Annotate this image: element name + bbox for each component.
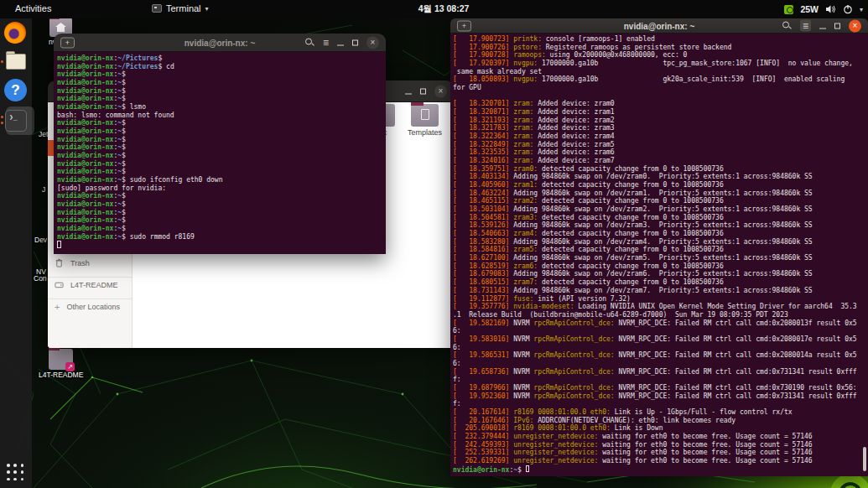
minimize-button[interactable] xyxy=(405,93,412,95)
sidebar-item-label: Other Locations xyxy=(66,303,120,311)
system-tray[interactable]: 25W ▾ xyxy=(784,3,863,16)
app-grid-button[interactable] xyxy=(7,464,25,482)
running-indicator-dot xyxy=(1,116,3,118)
maximize-button[interactable] xyxy=(352,39,358,45)
running-indicator-dot xyxy=(1,122,3,124)
dock-item-terminal[interactable] xyxy=(4,109,28,132)
sidebar-separator xyxy=(48,299,132,299)
desktop-label-j: J xyxy=(42,185,45,194)
terminal-output[interactable]: nvidia@orin-nx:~/Pictures$nvidia@orin-nx… xyxy=(54,52,386,254)
terminal-icon xyxy=(5,110,27,132)
terminal-window-right: + nvidia@orin-nx: ~ ≡ × [ 17.900723] pri… xyxy=(450,18,868,476)
l4t-readme-desktop-icon[interactable]: ↗ xyxy=(49,349,73,370)
clock[interactable]: 4월 13 08:27 xyxy=(418,3,470,15)
desktop: nvidia Jet J Dev NV Con ↗ L4T-README × T… xyxy=(0,0,868,488)
close-button[interactable]: × xyxy=(366,36,379,49)
scrollbar-thumb[interactable] xyxy=(863,447,866,471)
new-tab-button[interactable]: + xyxy=(457,20,471,31)
sidebar-item-trash[interactable]: Trash xyxy=(55,258,90,267)
desktop-label-jet: Jet xyxy=(39,130,48,138)
terminal-output[interactable]: [ 17.900723] printk: console [ramoops-1]… xyxy=(450,34,868,476)
hamburger-menu-icon[interactable]: ≡ xyxy=(800,20,811,32)
window-title: nvidia@orin-nx: ~ xyxy=(185,38,255,47)
maximize-button[interactable] xyxy=(420,88,426,94)
minimize-button[interactable] xyxy=(819,28,826,29)
dock: ? xyxy=(0,18,32,488)
nvidia-power-icon xyxy=(784,5,793,14)
sidebar-item-other-locations[interactable]: + Other Locations xyxy=(55,302,120,312)
help-icon: ? xyxy=(4,79,27,101)
drive-icon xyxy=(55,280,64,289)
close-button[interactable]: × xyxy=(434,85,447,97)
l4t-readme-desktop-label: L4T-README xyxy=(39,371,83,379)
sidebar-item-label: L4T-README xyxy=(70,281,118,289)
desktop-label-dev: Dev xyxy=(34,236,47,244)
terminal-window-left: + nvidia@orin-nx: ~ ≡ × nvidia@orin-nx:~… xyxy=(54,34,386,254)
desktop-label-nv2: Con xyxy=(34,274,47,283)
folder-label: Templates xyxy=(408,128,442,137)
trash-icon xyxy=(55,258,64,267)
chevron-down-icon: ▾ xyxy=(860,6,863,13)
firefox-icon xyxy=(4,22,26,44)
dock-item-help[interactable]: ? xyxy=(4,79,28,102)
plus-icon: + xyxy=(55,302,60,312)
running-indicator-dot xyxy=(1,60,3,63)
hamburger-menu-icon[interactable]: ≡ xyxy=(323,38,329,48)
maximize-button[interactable] xyxy=(834,23,840,29)
sidebar-separator xyxy=(48,277,132,278)
close-button[interactable]: × xyxy=(849,19,861,32)
sidebar-item-label: Trash xyxy=(70,259,90,267)
window-title: nvidia@orin-nx: ~ xyxy=(624,21,694,30)
folder-templates[interactable]: Templates xyxy=(411,104,439,127)
dock-item-firefox[interactable] xyxy=(4,22,28,45)
power-mode-label: 25W xyxy=(800,4,819,14)
terminal-titlebar[interactable]: + nvidia@orin-nx: ~ ≡ × xyxy=(54,34,386,52)
search-icon[interactable] xyxy=(304,38,314,48)
chevron-down-icon: ▾ xyxy=(205,5,209,13)
document-glyph xyxy=(421,109,429,120)
minimize-button[interactable] xyxy=(337,44,344,46)
power-icon xyxy=(843,4,853,14)
terminal-titlebar[interactable]: + nvidia@orin-nx: ~ ≡ × xyxy=(450,18,868,34)
search-icon[interactable] xyxy=(782,21,792,31)
terminal-app-icon xyxy=(152,4,162,13)
files-icon xyxy=(4,50,28,74)
dock-item-files[interactable] xyxy=(4,50,28,74)
new-tab-button[interactable]: + xyxy=(60,37,75,48)
top-bar: Activities Terminal ▾ 4월 13 08:27 25W ▾ xyxy=(0,0,868,18)
activities-button[interactable]: Activities xyxy=(15,3,51,13)
volume-icon xyxy=(825,4,836,14)
app-menu-label: Terminal xyxy=(166,3,201,13)
app-menu[interactable]: Terminal ▾ xyxy=(152,3,209,13)
sidebar-item-l4t-readme[interactable]: L4T-README xyxy=(55,280,118,289)
